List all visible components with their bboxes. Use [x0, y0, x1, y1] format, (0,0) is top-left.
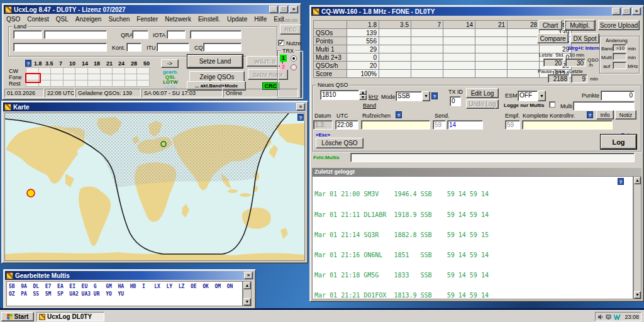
- sun-marker: [27, 189, 35, 197]
- spinner-down-icon[interactable]: ▼: [359, 95, 367, 100]
- frequency-field[interactable]: 1810: [320, 90, 359, 100]
- send-nr-field[interactable]: 14: [447, 120, 483, 130]
- log-scrollbar[interactable]: ▲ ▼: [633, 176, 641, 299]
- help-icon[interactable]: ?: [431, 92, 438, 99]
- land-name-field[interactable]: [44, 30, 107, 39]
- logge-nur-multis-checkbox[interactable]: [549, 101, 555, 108]
- log-list[interactable]: Mar 01 21:00 SM3V 1946.4 SSB 59 14 59 14…: [312, 176, 633, 299]
- rufzeichen-field[interactable]: [361, 120, 430, 130]
- help-icon[interactable]: ?: [587, 111, 593, 118]
- scroll-down-icon[interactable]: ▼: [634, 291, 641, 299]
- world-map[interactable]: ?: [4, 113, 305, 261]
- menu-anzeigen[interactable]: Anzeigen: [75, 16, 102, 23]
- chart-button[interactable]: Chart: [538, 20, 562, 30]
- menu-qso[interactable]: QSO: [6, 16, 20, 23]
- trx2-radio[interactable]: [291, 64, 297, 70]
- band-change-value: >10: [613, 44, 626, 52]
- empf-label: Empf.: [505, 113, 520, 119]
- map-titlebar[interactable]: Karte ×: [3, 103, 306, 111]
- menu-update[interactable]: Update: [227, 16, 247, 23]
- compare-button[interactable]: Compare: [537, 33, 569, 43]
- kontrollnr-field[interactable]: [522, 120, 613, 130]
- log-entry[interactable]: Mar 01 21:00 SM3V 1946.4 SSB 59 14 59 14: [314, 191, 631, 198]
- datum-field: 1.3.: [313, 120, 333, 130]
- multis-list[interactable]: 5B 9A DL E7 EA EI EU G GM HA HB I LX LY …: [6, 281, 243, 306]
- menu-qsl[interactable]: QSL: [56, 16, 69, 23]
- chevron-down-icon[interactable]: ▼: [538, 91, 546, 101]
- mode-select[interactable]: SSB: [396, 91, 422, 101]
- log-entry[interactable]: Mar 01 21:18 GM5G 1833 SSB 59 14 59 14: [314, 272, 631, 279]
- dx-spot-button[interactable]: DX Spot: [570, 33, 599, 43]
- band-18: 18: [94, 60, 100, 67]
- multipl-button[interactable]: Multipl.: [564, 19, 596, 31]
- itu-label: ITU: [147, 45, 156, 51]
- setze-land-button[interactable]: Setze Land: [187, 55, 243, 68]
- close-icon[interactable]: ×: [296, 103, 305, 111]
- device-icon[interactable]: [606, 314, 612, 320]
- score-upload-button[interactable]: Score Upload: [598, 20, 640, 30]
- help-icon[interactable]: ?: [618, 178, 624, 185]
- log-entry[interactable]: Mar 01 21:11 DL1ABR 1918.9 SSB 59 14 59 …: [314, 212, 631, 219]
- band-3.5: 3.5: [45, 60, 53, 67]
- txid-field[interactable]: 0: [450, 96, 461, 106]
- main-titlebar[interactable]: UcxLog 8.47 - DL0TY - Lizenz 07/2027 _ □…: [4, 5, 299, 14]
- close-icon[interactable]: ×: [632, 8, 641, 15]
- log-entry[interactable]: Mar 01 21:16 ON6NL 1851 SSB 59 14 59 14: [314, 252, 631, 259]
- qra-field[interactable]: [132, 30, 148, 39]
- scroll-down-icon[interactable]: ▼: [243, 298, 251, 306]
- speaker-icon[interactable]: [597, 314, 604, 320]
- maximize-icon[interactable]: □: [622, 8, 631, 15]
- empf-rst-field[interactable]: 59: [505, 120, 520, 130]
- trx1-radio[interactable]: [291, 55, 297, 62]
- help-icon[interactable]: ?: [396, 111, 402, 118]
- esm-select[interactable]: OFF: [518, 91, 538, 101]
- kont-field[interactable]: [126, 43, 142, 52]
- minimize-icon[interactable]: _: [612, 8, 621, 15]
- close-icon[interactable]: ×: [289, 6, 298, 13]
- help-icon[interactable]: ?: [25, 60, 31, 67]
- iota-field[interactable]: [167, 30, 186, 39]
- region-field[interactable]: [13, 43, 107, 52]
- spinner-up-icon[interactable]: ▲: [359, 90, 367, 95]
- task-label: UcxLog DL0TY: [47, 313, 92, 320]
- fehl-multis-field: [350, 153, 635, 162]
- log-entry[interactable]: Mar 01 21:14 SQ3R 1882.8 SSB 59 14 59 15: [314, 232, 631, 239]
- itu-field[interactable]: [157, 43, 189, 52]
- multis-titlebar[interactable]: Gearbeitete Multis ×: [5, 271, 254, 280]
- multi-field[interactable]: [573, 101, 635, 111]
- band-label: Band: [363, 103, 376, 109]
- menu-hilfe[interactable]: Hilfe: [254, 16, 267, 23]
- menu-contest[interactable]: Contest: [27, 16, 48, 23]
- cq-field[interactable]: [203, 43, 242, 52]
- vnc-icon[interactable]: [614, 314, 621, 320]
- menu-netzwerk[interactable]: Netzwerk: [165, 16, 191, 23]
- send-rst-field[interactable]: 59: [433, 120, 446, 130]
- chevron-down-icon[interactable]: ▼: [422, 91, 430, 101]
- utc-field[interactable]: 22:08: [335, 120, 358, 130]
- iota-name-field[interactable]: [190, 30, 242, 39]
- punkte-field[interactable]: 0: [601, 91, 635, 101]
- band-matrix[interactable]: [26, 67, 150, 87]
- arrow-button[interactable]: ->: [161, 59, 179, 68]
- menu-suchen[interactable]: Suchen: [108, 16, 130, 23]
- log-button[interactable]: Log: [601, 135, 636, 149]
- edit-log-button[interactable]: Edit Log: [466, 88, 499, 98]
- nutze-checkbox[interactable]: ✓: [278, 40, 284, 46]
- notiz-button[interactable]: Notiz: [615, 110, 636, 119]
- help-icon[interactable]: ?: [297, 114, 304, 121]
- minimize-icon[interactable]: _: [269, 6, 278, 13]
- task-button-ucxlog[interactable]: UcxLog DL0TY: [36, 312, 104, 321]
- loesche-qso-button[interactable]: Lösche QSO: [316, 138, 364, 148]
- multis-scrollbar[interactable]: ▲ ▼: [243, 281, 252, 306]
- contest-titlebar[interactable]: CQ-WW-160 - 1.8 MHz - FONE - DL0TY _ □ ×: [311, 7, 642, 16]
- log-entry[interactable]: Mar 01 21:21 DO1FOX 1813.9 SSB 59 14 59 …: [314, 292, 631, 299]
- close-icon[interactable]: ×: [244, 272, 253, 279]
- menu-fenster[interactable]: Fenster: [136, 16, 158, 23]
- scroll-up-icon[interactable]: ▲: [243, 282, 251, 289]
- start-button[interactable]: Start: [1, 312, 34, 321]
- maximize-icon[interactable]: □: [279, 6, 288, 13]
- scroll-up-icon[interactable]: ▲: [634, 177, 641, 184]
- land-prefix-field[interactable]: [13, 30, 42, 39]
- info-button[interactable]: Info: [596, 110, 614, 119]
- menu-einstell[interactable]: Einstell.: [198, 16, 220, 23]
